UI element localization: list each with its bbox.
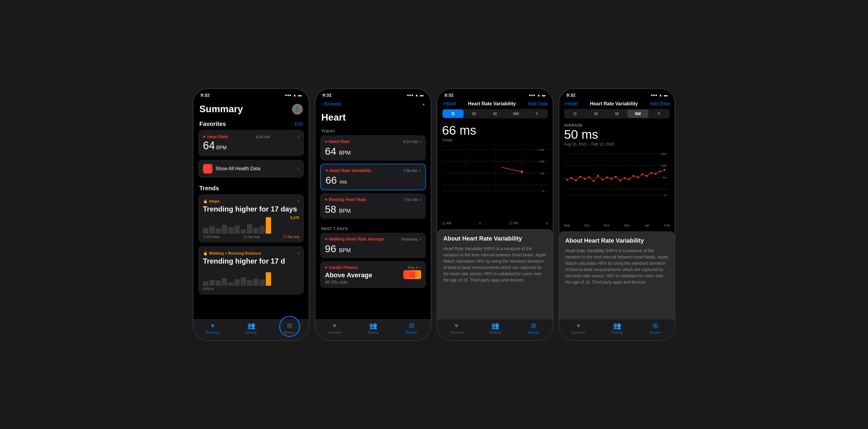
walking-metric-value: 96 BPM	[325, 243, 421, 255]
time-btn-y-4[interactable]: Y	[648, 110, 669, 118]
show-all-left: ❤️ Show All Health Data	[203, 164, 260, 173]
x-label-feb: Feb	[664, 224, 670, 227]
hrv-metric-card[interactable]: ♥ Heart Rate Variability 7:56 AM › 66 ms	[320, 164, 426, 190]
avatar[interactable]: 👤	[292, 104, 303, 115]
resting-metric-value: 58 BPM	[325, 203, 421, 215]
time-btn-6m-4[interactable]: 6M	[627, 110, 648, 118]
cardio-metric-time: Feb 4	[408, 265, 417, 270]
show-all-card[interactable]: ❤️ Show All Health Data ›	[198, 160, 304, 178]
about-text-4: Heart Rate Variability (HRV) is a measur…	[565, 248, 669, 285]
tab-browse-4[interactable]: ⊞ Browse	[636, 322, 675, 334]
hrv-page-title-4: Heart Rate Variability	[590, 101, 638, 107]
cardio-metric-header: ♥ Cardio Fitness Feb 4 ›	[325, 265, 421, 270]
tab-summary-1[interactable]: ♥ Summary	[193, 322, 232, 334]
chart-bar	[228, 227, 234, 234]
walking-trend-text: Trending higher for 17 d	[203, 257, 299, 265]
heart-rate-metric-card[interactable]: ♥ Heart Rate 9:24 AM › 64 BPM	[320, 135, 426, 161]
scroll-area-1[interactable]: Summary 👤 Favorites Edit ♥ Heart Ra	[193, 99, 309, 319]
phone-3: 9:32 ●●● ▲ ▬ ‹ Heart Heart Rate Variabil…	[437, 88, 553, 341]
tab-summary-icon-3: ♥	[455, 322, 459, 330]
time-btn-d-4[interactable]: D	[565, 110, 586, 118]
trends-label: Trends	[199, 185, 219, 192]
walking-trend-card[interactable]: 🔥 Walking + Running Distance › Trending …	[198, 246, 304, 295]
time-btn-d-3[interactable]: D	[443, 110, 464, 118]
svg-point-22	[566, 179, 568, 181]
tab-sharing-2[interactable]: 👥 Sharing	[354, 322, 393, 334]
tab-browse-1[interactable]: ⊞ Browse	[270, 322, 309, 334]
time-btn-6m-3[interactable]: 6M	[505, 110, 526, 118]
back-chevron-icon-4: ‹	[564, 101, 565, 107]
tab-summary-2[interactable]: ♥ Summary	[315, 322, 354, 334]
about-title-3: About Heart Rate Variability	[443, 235, 547, 242]
tab-sharing-1[interactable]: 👥 Sharing	[232, 322, 271, 334]
tab-sharing-icon-4: 👥	[613, 322, 621, 330]
heart-rate-card[interactable]: ♥ Heart Rate 9:24 AM › 64 BPM	[198, 130, 304, 156]
time-btn-m-3[interactable]: M	[485, 110, 505, 118]
heart-rate-time: 9:24 AM	[256, 135, 270, 139]
add-data-button-3[interactable]: Add Data	[528, 101, 548, 107]
tab-summary-4[interactable]: ♥ Summary	[559, 322, 598, 334]
time-btn-y-3[interactable]: Y	[526, 110, 547, 118]
walking-metric-header: ♥ Walking Heart Rate Average Yesterday ›	[325, 236, 421, 242]
svg-point-27	[588, 176, 590, 178]
status-time-3: 9:32	[444, 92, 454, 97]
chart-labels: 1,319 steps 11-day avg 17-day avg	[203, 235, 299, 238]
chart-bar	[241, 229, 246, 234]
heart-nav-bar: ‹ Browse ●	[315, 99, 431, 110]
notch-2	[355, 89, 391, 98]
signal-icon-2: ●●●	[407, 93, 413, 97]
past7-label: Past 7 Days	[315, 222, 431, 233]
favorites-label: Favorites	[199, 120, 226, 127]
heart-scroll-area[interactable]: Heart Today ♥ Heart Rate 9:24 AM	[315, 110, 431, 319]
screen-content-2: ‹ Browse ● Heart Today ♥ Heart Ra	[315, 99, 431, 340]
time-btn-m-4[interactable]: M	[607, 110, 627, 118]
hrv-page-title-3: Heart Rate Variability	[468, 101, 516, 107]
heart-back-button-4[interactable]: ‹ Heart	[564, 101, 578, 107]
svg-point-31	[606, 176, 608, 178]
heart-rate-unit: BPM	[216, 145, 227, 150]
x-label-3: 12 PM	[509, 221, 518, 225]
back-chevron-icon-3: ‹	[442, 101, 443, 107]
chart-bar	[253, 228, 258, 234]
edit-button[interactable]: Edit	[294, 121, 303, 127]
svg-point-38	[637, 176, 639, 178]
tab-browse-2[interactable]: ⊞ Browse	[392, 322, 431, 334]
add-data-button-4[interactable]: Add Data	[650, 101, 670, 107]
tab-sharing-icon-3: 👥	[491, 322, 499, 330]
status-icons-1: ●●● ▲ ▬	[285, 93, 302, 97]
battery-icon-2: ▬	[420, 93, 424, 97]
heart-icon-cardio: ♥	[325, 265, 327, 270]
tab-sharing-4[interactable]: 👥 Sharing	[598, 322, 637, 334]
heart-page-title: Heart	[315, 110, 431, 124]
tab-summary-icon-1: ♥	[211, 322, 215, 330]
chart-bar	[216, 280, 221, 286]
steps-trend-card[interactable]: 🔥 Steps › Trending higher for 17 days 6,…	[198, 194, 304, 242]
steps-chart: 6,476	[203, 216, 299, 234]
cardio-metric-card[interactable]: ♥ Cardio Fitness Feb 4 › Above Average	[320, 261, 426, 288]
tab-sharing-3[interactable]: 👥 Sharing	[476, 322, 515, 334]
back-chevron-icon: ‹	[321, 101, 323, 107]
x-label-oct: Oct	[584, 224, 589, 227]
resting-metric-card[interactable]: ♥ Resting Heart Rate 7:54 AM › 58 BPM	[320, 193, 426, 219]
tab-browse-3[interactable]: ⊞ Browse	[514, 322, 553, 334]
hrv-chart-svg-3: 150 100 50 0	[442, 143, 548, 197]
heart-icon-resting: ♥	[325, 197, 327, 202]
steps-trend-text: Trending higher for 17 days	[203, 205, 299, 213]
heart-back-button-3[interactable]: ‹ Heart	[442, 101, 456, 107]
hrv-main-value-4: 50 ms	[564, 127, 670, 142]
heart-icon-metric: ♥	[325, 139, 327, 144]
health-icon: ❤️	[203, 164, 213, 173]
walking-chevron: ›	[298, 250, 299, 256]
hrv-value-area-3: 66 ms Today	[437, 121, 553, 143]
time-btn-w-3[interactable]: W	[464, 110, 485, 118]
walking-metric-card[interactable]: ♥ Walking Heart Rate Average Yesterday ›…	[320, 233, 426, 258]
time-btn-w-4[interactable]: W	[586, 110, 607, 118]
x-label-dec: Dec	[624, 224, 630, 227]
browse-back-button[interactable]: ‹ Browse	[321, 101, 341, 107]
svg-point-23	[570, 177, 572, 179]
tab-summary-3[interactable]: ♥ Summary	[437, 322, 476, 334]
tab-sharing-label-4: Sharing	[611, 331, 623, 334]
walking-metric-unit: BPM	[339, 248, 351, 253]
tab-sharing-label-1: Sharing	[245, 331, 257, 334]
walking-chart	[203, 268, 299, 286]
